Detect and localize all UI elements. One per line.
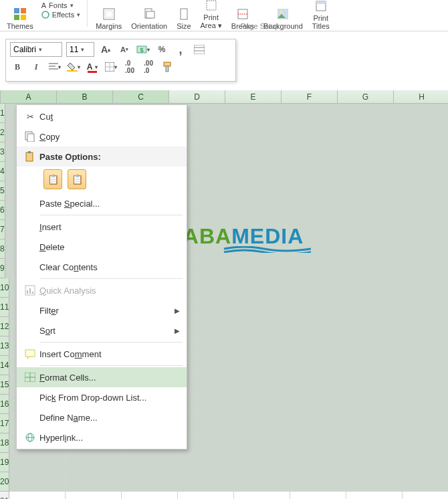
menu-cut[interactable]: ✂Cut <box>17 106 187 126</box>
row-header-16[interactable]: 16 <box>0 395 9 414</box>
menu-insert-comment[interactable]: Insert Comment <box>17 344 187 364</box>
cell-F10[interactable] <box>290 278 346 298</box>
accounting-format-button[interactable]: $▾ <box>136 42 150 57</box>
cell-H7[interactable] <box>399 220 448 239</box>
cell-C19[interactable] <box>122 453 178 472</box>
cell-B20[interactable] <box>66 472 122 492</box>
margins-button[interactable]: Margins <box>92 0 126 30</box>
menu-define-name[interactable]: Define Name... <box>17 407 187 427</box>
row-header-6[interactable]: 6 <box>0 201 5 220</box>
cell-F4[interactable] <box>286 162 342 181</box>
row-header-8[interactable]: 8 <box>0 239 5 259</box>
cell-E20[interactable] <box>234 472 290 492</box>
cell-G19[interactable] <box>346 453 403 472</box>
cell-E17[interactable] <box>234 414 290 433</box>
menu-sort[interactable]: Sort▶ <box>17 320 187 340</box>
cell-E3[interactable] <box>230 142 286 162</box>
cell-H13[interactable] <box>403 336 448 356</box>
cell-G4[interactable] <box>342 162 399 181</box>
cell-H17[interactable] <box>403 414 448 433</box>
row-header-11[interactable]: 11 <box>0 298 9 317</box>
cell-F2[interactable] <box>286 123 342 142</box>
cell-F1[interactable] <box>286 104 342 123</box>
menu-pick-from-list[interactable]: Pick From Drop-down List... <box>17 387 187 407</box>
cell-E11[interactable] <box>234 298 290 317</box>
cell-F16[interactable] <box>290 395 346 414</box>
cell-F11[interactable] <box>290 298 346 317</box>
cell-H14[interactable] <box>403 356 448 375</box>
cell-H19[interactable] <box>403 453 448 472</box>
paste-option-values[interactable]: 📋 <box>68 169 86 189</box>
cell-E12[interactable] <box>234 317 290 336</box>
bold-button[interactable]: B <box>10 60 25 74</box>
cell-E2[interactable] <box>230 123 286 142</box>
cell-F8[interactable] <box>286 239 342 259</box>
cell-H18[interactable] <box>403 433 448 453</box>
cell-E5[interactable] <box>230 181 286 201</box>
cell-F21[interactable] <box>290 492 346 499</box>
column-header-G[interactable]: G <box>338 90 394 104</box>
cell-G20[interactable] <box>346 472 403 492</box>
row-header-18[interactable]: 18 <box>0 433 9 453</box>
row-header-9[interactable]: 9 <box>0 259 5 278</box>
cell-H1[interactable] <box>399 104 448 123</box>
fonts-button[interactable]: AFonts▾ <box>39 1 83 9</box>
decrease-decimal-button[interactable]: .00.0 <box>141 60 156 74</box>
menu-clear-contents[interactable]: Clear Contents <box>17 257 187 277</box>
cell-A20[interactable] <box>9 472 66 492</box>
cell-F6[interactable] <box>286 201 342 220</box>
cell-G15[interactable] <box>346 375 403 395</box>
cell-C21[interactable] <box>122 492 178 499</box>
row-header-17[interactable]: 17 <box>0 414 9 433</box>
column-header-B[interactable]: B <box>57 90 113 104</box>
cell-H21[interactable] <box>403 492 448 499</box>
row-header-10[interactable]: 10 <box>0 278 9 298</box>
column-header-A[interactable]: A <box>1 90 57 104</box>
cell-F5[interactable] <box>286 181 342 201</box>
cell-D20[interactable] <box>178 472 234 492</box>
cell-F15[interactable] <box>290 375 346 395</box>
effects-button[interactable]: Effects▾ <box>39 11 83 19</box>
print-area-button[interactable]: Print Area ▾ <box>197 0 226 30</box>
cell-B19[interactable] <box>66 453 122 472</box>
font-name-dropdown[interactable]: Calibri▾ <box>10 42 62 57</box>
cell-G14[interactable] <box>346 356 403 375</box>
cell-E21[interactable] <box>234 492 290 499</box>
menu-delete[interactable]: Delete <box>17 237 187 257</box>
format-cells-shortcut-button[interactable] <box>192 42 207 57</box>
cell-F12[interactable] <box>290 317 346 336</box>
cell-H10[interactable] <box>403 278 448 298</box>
menu-paste-special[interactable]: Paste Special... <box>17 193 187 213</box>
cell-E8[interactable] <box>230 239 286 259</box>
print-titles-button[interactable]: Print Titles <box>308 0 334 30</box>
cell-H2[interactable] <box>399 123 448 142</box>
cell-E14[interactable] <box>234 356 290 375</box>
cell-E6[interactable] <box>230 201 286 220</box>
column-header-D[interactable]: D <box>169 90 225 104</box>
cell-H3[interactable] <box>399 142 448 162</box>
cell-G17[interactable] <box>346 414 403 433</box>
cell-F14[interactable] <box>290 356 346 375</box>
row-header-1[interactable]: 1 <box>0 104 5 123</box>
paste-option-default[interactable]: 📋 <box>43 169 62 189</box>
cell-H5[interactable] <box>399 181 448 201</box>
cell-E7[interactable] <box>230 220 286 239</box>
row-header-15[interactable]: 15 <box>0 375 9 395</box>
row-header-4[interactable]: 4 <box>0 162 5 181</box>
row-header-13[interactable]: 13 <box>0 336 9 356</box>
cell-A21[interactable] <box>9 492 66 499</box>
cell-F9[interactable] <box>286 259 342 278</box>
cell-E15[interactable] <box>234 375 290 395</box>
row-header-3[interactable]: 3 <box>0 142 5 162</box>
borders-button[interactable]: ▾ <box>104 60 118 74</box>
size-button[interactable]: Size <box>173 0 195 30</box>
cell-H4[interactable] <box>399 162 448 181</box>
cell-E10[interactable] <box>234 278 290 298</box>
increase-decimal-button[interactable]: .0.00 <box>122 60 137 74</box>
decrease-font-button[interactable]: A▾ <box>117 42 132 57</box>
column-header-H[interactable]: H <box>394 90 448 104</box>
cell-E18[interactable] <box>234 433 290 453</box>
cell-G16[interactable] <box>346 395 403 414</box>
comma-button[interactable]: , <box>173 42 188 57</box>
cell-G18[interactable] <box>346 433 403 453</box>
